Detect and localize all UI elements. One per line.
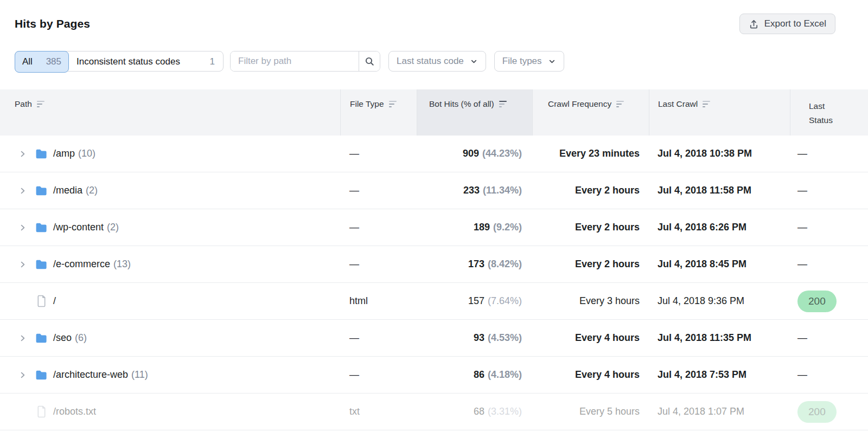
- path-label: /media: [53, 185, 82, 196]
- bot-hits-value: 189: [474, 222, 490, 233]
- path-filter-input[interactable]: [231, 51, 359, 71]
- crawl-frequency-cell: Every 2 hours: [532, 222, 649, 233]
- bot-hits-cell: 93 (4.53%): [417, 332, 532, 344]
- path-label: /seo: [53, 332, 72, 344]
- file-type-cell: txt: [340, 406, 417, 417]
- chevron-right-icon[interactable]: [18, 260, 28, 269]
- tab-inconsistent-count: 1: [210, 56, 215, 67]
- table-row[interactable]: /amp (10) — 909 (44.23%) Every 23 minute…: [0, 136, 868, 172]
- file-icon: [36, 405, 47, 418]
- page-title: Hits by Pages: [15, 17, 90, 30]
- bot-hits-percent: (4.18%): [488, 369, 522, 380]
- path-count: (6): [75, 332, 87, 344]
- bot-hits-cell: 157 (7.64%): [417, 295, 532, 307]
- folder-icon: [35, 333, 48, 344]
- crawl-frequency-cell: Every 23 minutes: [532, 148, 649, 159]
- path-label: /amp: [53, 148, 75, 159]
- file-icon: [36, 295, 47, 307]
- bot-hits-cell: 233 (11.34%): [417, 185, 532, 196]
- file-type-cell: —: [340, 369, 417, 380]
- search-button[interactable]: [359, 51, 380, 71]
- tab-inconsistent-status-codes[interactable]: Inconsistent status codes 1: [68, 51, 223, 72]
- bot-hits-cell: 173 (8.42%): [417, 259, 532, 270]
- status-badge: —: [797, 332, 807, 344]
- table-row[interactable]: /seo (6) — 93 (4.53%) Every 4 hours Jul …: [0, 320, 868, 357]
- table-row[interactable]: / html 157 (7.64%) Every 3 hours Jul 4, …: [0, 283, 868, 320]
- path-count: (2): [86, 185, 98, 196]
- sort-icon: [389, 101, 397, 107]
- top-bar: Hits by Pages Export to Excel: [0, 0, 868, 34]
- sort-icon: [37, 101, 44, 107]
- column-header-path[interactable]: Path: [0, 89, 340, 136]
- bot-hits-cell: 68 (3.31%): [417, 406, 532, 417]
- path-cell: /seo (6): [0, 332, 340, 344]
- tab-inconsistent-label: Inconsistent status codes: [76, 56, 180, 67]
- last-status-cell: —: [790, 369, 868, 380]
- bot-hits-percent: (11.34%): [483, 185, 522, 196]
- bot-hits-value: 86: [474, 369, 484, 380]
- crawl-frequency-cell: Every 4 hours: [532, 369, 649, 380]
- table-row[interactable]: /media (2) — 233 (11.34%) Every 2 hours …: [0, 172, 868, 209]
- crawl-frequency-cell: Every 2 hours: [532, 185, 649, 196]
- tab-all[interactable]: All 385: [15, 51, 69, 73]
- column-header-last-crawl[interactable]: Last Crawl: [649, 89, 790, 136]
- table-row[interactable]: /architecture-web (11) — 86 (4.18%) Ever…: [0, 357, 868, 394]
- last-status-code-dropdown[interactable]: Last status code: [388, 51, 486, 72]
- bot-hits-cell: 189 (9.2%): [417, 222, 532, 233]
- bot-hits-percent: (8.42%): [488, 259, 522, 270]
- table-row[interactable]: /robots.txt txt 68 (3.31%) Every 5 hours…: [0, 394, 868, 430]
- search-icon: [365, 56, 375, 67]
- bot-hits-cell: 86 (4.18%): [417, 369, 532, 380]
- status-badge: —: [797, 369, 807, 380]
- crawl-frequency-cell: Every 3 hours: [532, 295, 649, 307]
- bot-hits-value: 93: [474, 332, 484, 344]
- file-type-cell: html: [340, 295, 417, 307]
- folder-icon: [35, 259, 48, 270]
- filter-toolbar: All 385 Inconsistent status codes 1 Last…: [15, 51, 868, 72]
- column-header-bot-hits[interactable]: Bot Hits (% of all): [417, 89, 532, 136]
- crawl-frequency-cell: Every 2 hours: [532, 259, 649, 270]
- bot-hits-value: 173: [468, 259, 484, 270]
- chevron-right-icon[interactable]: [18, 333, 28, 343]
- chevron-right-icon[interactable]: [18, 149, 28, 159]
- chevron-right-icon[interactable]: [18, 370, 28, 380]
- path-cell: /wp-content (2): [0, 222, 340, 233]
- path-count: (11): [131, 369, 148, 380]
- last-crawl-cell: Jul 4, 2018 11:35 PM: [649, 332, 790, 344]
- last-crawl-cell: Jul 4, 2018 9:36 PM: [649, 295, 790, 307]
- last-status-cell: 200: [790, 401, 868, 423]
- table-row[interactable]: /wp-content (2) — 189 (9.2%) Every 2 hou…: [0, 209, 868, 246]
- path-count: (2): [107, 222, 119, 233]
- export-to-excel-button[interactable]: Export to Excel: [739, 14, 835, 34]
- path-label: /wp-content: [53, 222, 104, 233]
- status-badge: —: [797, 148, 807, 159]
- column-header-file-type[interactable]: File Type: [340, 89, 417, 136]
- bot-hits-value: 68: [474, 406, 484, 417]
- file-types-dropdown[interactable]: File types: [494, 51, 564, 72]
- path-cell: /architecture-web (11): [0, 369, 340, 380]
- column-header-last-status: Last Status: [790, 89, 868, 136]
- last-crawl-cell: Jul 4, 2018 8:45 PM: [649, 259, 790, 270]
- last-status-cell: —: [790, 222, 868, 233]
- path-count: (13): [113, 259, 131, 270]
- tab-all-count: 385: [46, 56, 61, 67]
- sort-icon-active: [499, 101, 507, 107]
- path-cell: /: [0, 295, 340, 307]
- last-crawl-cell: Jul 4, 2018 1:07 PM: [649, 406, 790, 417]
- chevron-right-icon[interactable]: [18, 223, 28, 233]
- last-crawl-cell: Jul 4, 2018 10:38 PM: [649, 148, 790, 159]
- last-status-cell: —: [790, 148, 868, 159]
- chevron-right-icon[interactable]: [18, 186, 28, 196]
- path-cell: /e-commerce (13): [0, 259, 340, 270]
- last-status-code-label: Last status code: [397, 56, 464, 67]
- export-label: Export to Excel: [764, 18, 826, 29]
- crawl-frequency-cell: Every 5 hours: [532, 406, 649, 417]
- column-header-crawl-frequency[interactable]: Crawl Frequency: [532, 89, 649, 136]
- table-row[interactable]: /e-commerce (13) — 173 (8.42%) Every 2 h…: [0, 246, 868, 283]
- bot-hits-percent: (7.64%): [488, 295, 522, 307]
- file-types-label: File types: [502, 56, 542, 67]
- crawl-frequency-cell: Every 4 hours: [532, 332, 649, 344]
- last-status-cell: —: [790, 185, 868, 196]
- last-status-cell: 200: [790, 291, 868, 312]
- file-type-cell: —: [340, 259, 417, 270]
